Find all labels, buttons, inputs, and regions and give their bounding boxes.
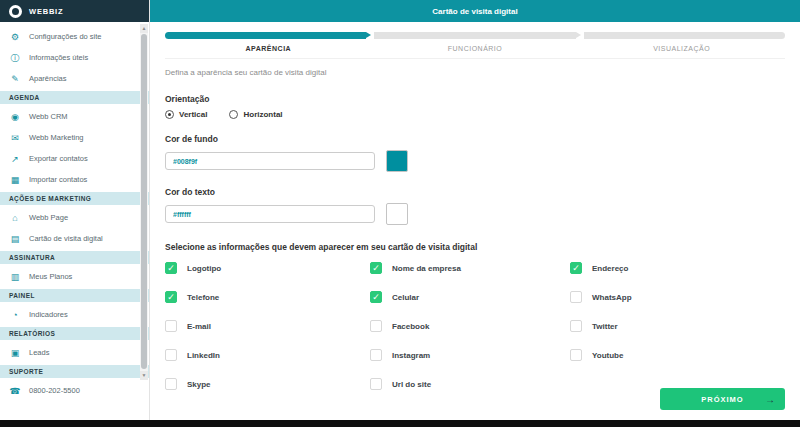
sidebar-item-label: Meus Planos [29, 272, 72, 281]
sidebar-item-exportar-contatos[interactable]: ↗Exportar contatos [0, 148, 149, 169]
sidebar-item-label: Webb Page [29, 213, 68, 222]
text-color-swatch[interactable] [386, 203, 408, 225]
background-color-swatch[interactable] [386, 150, 408, 172]
sidebar-item-label: Webb Marketing [29, 133, 83, 142]
card-icon: ▤ [9, 233, 21, 245]
checkbox-unchecked-icon[interactable] [370, 378, 382, 390]
checkbox-checked-icon[interactable]: ✓ [165, 262, 177, 274]
info-checkbox-grid: ✓Logotipo✓Nome da empresa✓Endereço✓Telef… [165, 262, 785, 390]
text-color-field: Cor do texto [165, 187, 785, 225]
checkbox-item-skype[interactable]: Skype [165, 378, 370, 390]
checkbox-item-facebook[interactable]: Facebook [370, 320, 570, 332]
tab-funcionario[interactable]: FUNCIONÁRIO [372, 45, 579, 52]
info-select-section: Selecione as informações que devem apare… [165, 242, 785, 390]
sidebar-item-label: 0800-202-5500 [29, 386, 80, 395]
logo-bar: WEBBIZ [0, 0, 149, 22]
step-segment-funcionario [374, 32, 575, 39]
background-color-field: Cor de fundo [165, 134, 785, 172]
sidebar-item-0800-202-5500[interactable]: ☎0800-202-5500 [0, 380, 149, 401]
sidebar-item-webb-crm[interactable]: ◉Webb CRM [0, 106, 149, 127]
sidebar-item-label: Configurações do site [29, 32, 102, 41]
tab-visualizacao[interactable]: VISUALIZAÇÃO [578, 45, 785, 52]
scroll-down-icon[interactable]: ▼ [140, 371, 148, 380]
checkbox-unchecked-icon[interactable] [165, 320, 177, 332]
sidebar-item-label: Importar contatos [29, 175, 87, 184]
orientation-field: Orientação Vertical Horizontal [165, 94, 785, 119]
checkbox-item-nome-da-empresa[interactable]: ✓Nome da empresa [370, 262, 570, 274]
sidebar-item-label: Exportar contatos [29, 154, 88, 163]
sidebar: WEBBIZ ⚙Configurações do siteⓘInformaçõe… [0, 0, 150, 420]
radio-horizontal[interactable]: Horizontal [229, 110, 282, 119]
sidebar-menu: ⚙Configurações do siteⓘInformações úteis… [0, 22, 149, 401]
next-button-label: PRÓXIMO [701, 395, 743, 404]
checkbox-item-logotipo[interactable]: ✓Logotipo [165, 262, 370, 274]
checkbox-label: E-mail [187, 322, 211, 331]
checkbox-label: LinkedIn [187, 351, 220, 360]
checkbox-label: Celular [392, 293, 419, 302]
checkbox-item-twitter[interactable]: Twitter [570, 320, 785, 332]
sidebar-section-suporte: SUPORTE [0, 365, 149, 378]
checkbox-item-whatsapp[interactable]: WhatsApp [570, 291, 785, 303]
checkbox-checked-icon[interactable]: ✓ [370, 291, 382, 303]
sidebar-scrollbar[interactable]: ▲ ▼ [140, 24, 148, 380]
sidebar-item-indicadores[interactable]: ◔Indicadores [0, 304, 149, 325]
checkbox-unchecked-icon[interactable] [570, 320, 582, 332]
step-progress: APARÊNCIA FUNCIONÁRIO VISUALIZAÇÃO [165, 32, 785, 59]
text-color-input[interactable] [165, 205, 375, 223]
sidebar-section-acoes-de-marketing: AÇÕES DE MARKETING [0, 192, 149, 205]
scrollbar-thumb[interactable] [141, 34, 147, 369]
sidebar-item-label: Cartão de visita digital [29, 234, 103, 243]
sidebar-item-configuracoes-do-site[interactable]: ⚙Configurações do site [0, 26, 149, 47]
text-color-label: Cor do texto [165, 187, 785, 197]
checkbox-checked-icon[interactable]: ✓ [165, 291, 177, 303]
checkbox-item-celular[interactable]: ✓Celular [370, 291, 570, 303]
step-segment-visualizacao [584, 32, 785, 39]
info-select-label: Selecione as informações que devem apare… [165, 242, 785, 252]
checkbox-unchecked-icon[interactable] [370, 349, 382, 361]
checkbox-unchecked-icon[interactable] [165, 349, 177, 361]
form-subtitle: Defina a aparência seu cartão de visita … [165, 68, 785, 77]
sidebar-item-cartao-de-visita-digital[interactable]: ▤Cartão de visita digital [0, 228, 149, 249]
checkbox-item-endereco[interactable]: ✓Endereço [570, 262, 785, 274]
checkbox-unchecked-icon[interactable] [570, 291, 582, 303]
checkbox-label: Url do site [392, 380, 431, 389]
background-color-label: Cor de fundo [165, 134, 785, 144]
sidebar-item-webb-marketing[interactable]: ✉Webb Marketing [0, 127, 149, 148]
sidebar-section-painel: PAINEL [0, 289, 149, 302]
sidebar-item-webb-page[interactable]: ⌂Webb Page [0, 207, 149, 228]
checkbox-item-youtube[interactable]: Youtube [570, 349, 785, 361]
background-color-input[interactable] [165, 152, 375, 170]
checkbox-label: Nome da empresa [392, 264, 461, 273]
sidebar-item-informacoes-uteis[interactable]: ⓘInformações úteis [0, 47, 149, 68]
sidebar-item-importar-contatos[interactable]: ▦Importar contatos [0, 169, 149, 190]
checkbox-checked-icon[interactable]: ✓ [570, 262, 582, 274]
checkbox-item-url-do-site[interactable]: Url do site [370, 378, 570, 390]
checkbox-unchecked-icon[interactable] [570, 349, 582, 361]
radio-vertical[interactable]: Vertical [165, 110, 207, 119]
export-icon: ↗ [9, 153, 21, 165]
orientation-label: Orientação [165, 94, 785, 104]
checkbox-item-linkedin[interactable]: LinkedIn [165, 349, 370, 361]
checkbox-checked-icon[interactable]: ✓ [370, 262, 382, 274]
radio-horizontal-icon[interactable] [229, 110, 238, 119]
radio-vertical-icon[interactable] [165, 110, 174, 119]
info-icon: ⓘ [9, 52, 21, 64]
checkbox-item-instagram[interactable]: Instagram [370, 349, 570, 361]
leads-report-icon: ▣ [9, 347, 21, 359]
checkbox-label: Telefone [187, 293, 219, 302]
scroll-up-icon[interactable]: ▲ [140, 24, 148, 33]
tab-aparencia[interactable]: APARÊNCIA [165, 45, 372, 52]
sidebar-item-label: Leads [29, 348, 49, 357]
next-button[interactable]: PRÓXIMO → [660, 388, 785, 410]
checkbox-unchecked-icon[interactable] [165, 378, 177, 390]
checkbox-label: Facebook [392, 322, 429, 331]
checkbox-item-telefone[interactable]: ✓Telefone [165, 291, 370, 303]
step-bar [165, 32, 785, 39]
checkbox-unchecked-icon[interactable] [370, 320, 382, 332]
orientation-options: Vertical Horizontal [165, 110, 785, 119]
checkbox-item-e-mail[interactable]: E-mail [165, 320, 370, 332]
sidebar-item-aparencias[interactable]: ✎Aparências [0, 68, 149, 89]
appearance-icon: ✎ [9, 73, 21, 85]
sidebar-item-meus-planos[interactable]: ▥Meus Planos [0, 266, 149, 287]
sidebar-item-leads[interactable]: ▣Leads [0, 342, 149, 363]
